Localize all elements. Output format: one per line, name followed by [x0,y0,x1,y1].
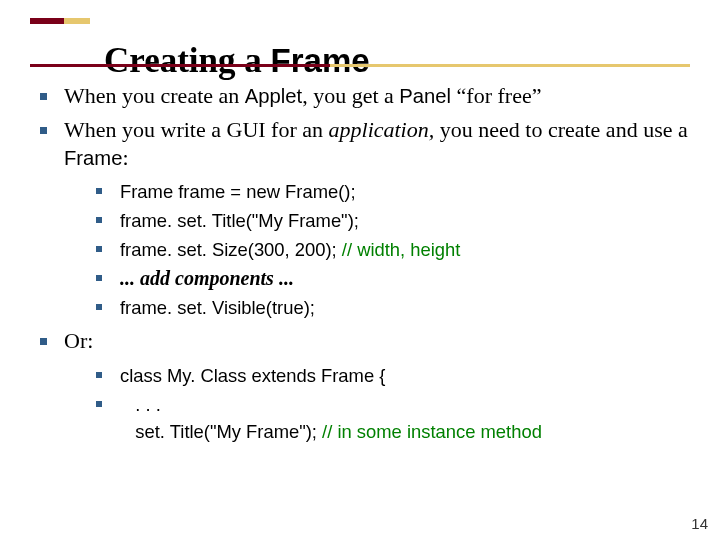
b1-text-1: When you create an [64,83,245,108]
bullet-list: When you create an Applet, you get a Pan… [38,82,688,445]
code-5: frame. set. Visible(true); [120,297,315,318]
code2-line-2: . . . set. Title("My Frame"); // in some… [64,391,688,445]
bullet-2: When you write a GUI for an application,… [38,116,688,321]
title-text-1: Creating a [104,41,271,80]
b2-colon: : [122,145,128,170]
code-list-2: class My. Class extends Frame { . . . se… [64,362,688,445]
code2-2b: set. Title("My Frame"); [120,421,322,442]
code-line-1: Frame frame = new Frame(); [64,178,688,205]
page-number: 14 [691,515,708,532]
title-underline-red-icon [30,64,330,67]
code-line-2: frame. set. Title("My Frame"); [64,207,688,234]
title-bar-gold-icon [64,18,90,24]
code-3-comment: // width, height [342,239,461,260]
b2-text-2: you need to create and use a [434,117,688,142]
code-4: ... add components ... [120,267,294,289]
bullet-1: When you create an Applet, you get a Pan… [38,82,688,110]
code-line-4: ... add components ... [64,265,688,292]
title-text-frame: Frame [271,42,370,79]
b1-panel: Panel [399,85,451,107]
code2-line-1: class My. Class extends Frame { [64,362,688,389]
code-list-1: Frame frame = new Frame(); frame. set. T… [64,178,688,321]
slide-title: Creating a Frame [104,43,370,78]
code-line-3: frame. set. Size(300, 200); // width, he… [64,236,688,263]
code-3a: frame. set. Size(300, 200); [120,239,342,260]
code-2: frame. set. Title("My Frame"); [120,210,359,231]
code-1: Frame frame = new Frame(); [120,181,356,202]
title-underline-gold-icon [330,64,690,67]
slide-body: When you create an Applet, you get a Pan… [38,82,688,451]
b2-text-1: When you write a GUI for an [64,117,329,142]
b1-applet: Applet [245,85,302,107]
code2-1: class My. Class extends Frame { [120,365,385,386]
slide: Creating a Frame When you create an Appl… [0,0,720,540]
or-text: Or: [64,328,93,353]
title-bar-red-icon [30,18,64,24]
code2-2a: . . . [120,394,161,415]
b1-text-2: , you get a [302,83,399,108]
b2-frame: Frame [64,147,122,169]
code-line-5: frame. set. Visible(true); [64,294,688,321]
b1-text-3: “for free” [451,83,541,108]
b2-application: application, [329,117,435,142]
code2-2-comment: // in some instance method [322,421,542,442]
bullet-or: Or: class My. Class extends Frame { . . … [38,327,688,444]
